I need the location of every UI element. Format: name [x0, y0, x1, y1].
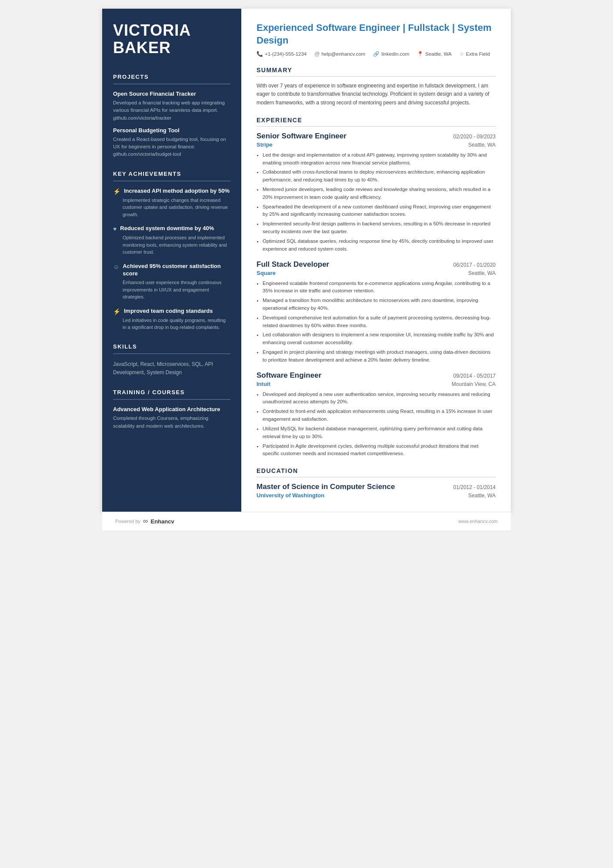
- bullet: Contributed to front-end web application…: [263, 408, 496, 423]
- project2-title: Personal Budgeting Tool: [113, 127, 230, 134]
- skills-section-title: SKILLS: [113, 343, 230, 350]
- achievement-icon-3: ☺: [113, 263, 119, 270]
- summary-section-title: SUMMARY: [257, 67, 496, 74]
- job-bullets-3: Developed and deployed a new user authen…: [257, 391, 496, 458]
- job-entry-2: Full Stack Developer 06/2017 - 01/2020 S…: [257, 260, 496, 364]
- project1-desc: Developed a financial tracking web app i…: [113, 99, 230, 122]
- edu-degree-1: Master of Science in Computer Science: [257, 483, 395, 491]
- achievement-desc-4: Led initiatives in code quality programs…: [123, 317, 230, 331]
- bullet: Mentored junior developers, leading code…: [263, 186, 496, 201]
- achievement-item: ⚡ Improved team coding standards Led ini…: [113, 308, 230, 331]
- enhancv-brand: Enhancv: [151, 518, 174, 525]
- candidate-name: VICTORIA BAKER: [113, 22, 230, 56]
- contact-extra: ☆ Extra Field: [460, 51, 490, 57]
- powered-by-label: Powered by: [115, 519, 140, 524]
- job-entry-3: Software Engineer 09/2014 - 05/2017 Intu…: [257, 371, 496, 458]
- bullet: Utilized MySQL for backend database mana…: [263, 425, 496, 441]
- skills-text: JavaScript, React, Microservices, SQL, A…: [113, 360, 230, 377]
- job-location-2: Seattle, WA: [468, 270, 496, 276]
- job-title-3: Software Engineer: [257, 371, 321, 380]
- achievement-icon-4: ⚡: [113, 308, 120, 315]
- achievements-section-title: KEY ACHIEVEMENTS: [113, 171, 230, 177]
- experience-section-title: EXPERIENCE: [257, 117, 496, 124]
- edu-dates-1: 01/2012 - 01/2014: [453, 484, 496, 490]
- job-dates-1: 02/2020 - 09/2023: [453, 134, 496, 140]
- bullet: Collaborated with cross-functional teams…: [263, 168, 496, 184]
- contact-bar: 📞 +1-(234)-555-1234 @ help@enhancv.com 🔗…: [257, 51, 496, 57]
- project1-title: Open Source Financial Tracker: [113, 90, 230, 97]
- achievement-icon-1: ⚡: [113, 188, 120, 195]
- training-section-title: TRAINING / COURSES: [113, 389, 230, 395]
- training-course-title: Advanced Web Application Architecture: [113, 406, 230, 412]
- achievement-desc-3: Enhanced user experience through continu…: [123, 279, 230, 301]
- footer: Powered by ∞ Enhancv www.enhancv.com: [102, 512, 511, 530]
- edu-location-1: Seattle, WA: [468, 493, 496, 499]
- contact-linkedin: 🔗 linkedin.com: [373, 51, 409, 57]
- main-content: Experienced Software Engineer | Fullstac…: [241, 9, 511, 512]
- job-title-2: Full Stack Developer: [257, 260, 329, 269]
- job-entry-1: Senior Software Engineer 02/2020 - 09/20…: [257, 132, 496, 253]
- bullet: Developed comprehensive test automation …: [263, 314, 496, 330]
- bullet: Optimized SQL database queries, reducing…: [263, 238, 496, 253]
- location-icon: 📍: [417, 51, 423, 57]
- job-bullets-1: Led the design and implementation of a r…: [257, 151, 496, 253]
- email-icon: @: [314, 51, 320, 57]
- training-course-desc: Completed through Coursera, emphasizing …: [113, 415, 230, 430]
- bullet: Led collaboration with designers to impl…: [263, 331, 496, 347]
- phone-icon: 📞: [257, 51, 263, 57]
- contact-email: @ help@enhancv.com: [314, 51, 365, 57]
- education-entry-1: Master of Science in Computer Science 01…: [257, 483, 496, 499]
- achievement-title-4: Improved team coding standards: [124, 308, 213, 315]
- achievement-item: ♥ Reduced system downtime by 40% Optimiz…: [113, 225, 230, 256]
- bullet: Participated in Agile development cycles…: [263, 442, 496, 458]
- star-icon: ☆: [460, 51, 464, 57]
- footer-website: www.enhancv.com: [458, 519, 498, 524]
- footer-powered-by: Powered by ∞ Enhancv: [115, 517, 174, 525]
- bullet: Led the design and implementation of a r…: [263, 151, 496, 167]
- bullet: Engineered scalable frontend components …: [263, 280, 496, 295]
- job-location-1: Seattle, WA: [468, 142, 496, 148]
- job-location-3: Mountain View, CA: [452, 381, 496, 387]
- achievement-item: ☺ Achieved 95% customer satisfaction sco…: [113, 263, 230, 301]
- bullet: Developed and deployed a new user authen…: [263, 391, 496, 406]
- job-company-3: Intuit: [257, 381, 270, 387]
- job-title-1: Senior Software Engineer: [257, 132, 346, 141]
- job-dates-2: 06/2017 - 01/2020: [453, 262, 496, 268]
- achievement-title-1: Increased API method adoption by 50%: [124, 188, 230, 195]
- achievement-desc-1: Implemented strategic changes that incre…: [123, 197, 230, 218]
- education-section-title: EDUCATION: [257, 467, 496, 474]
- job-company-2: Square: [257, 270, 276, 276]
- achievement-item: ⚡ Increased API method adoption by 50% I…: [113, 188, 230, 218]
- contact-location: 📍 Seattle, WA: [417, 51, 451, 57]
- achievement-title-2: Reduced system downtime by 40%: [120, 225, 214, 232]
- edu-school-1: University of Washington: [257, 492, 324, 499]
- job-company-1: Stripe: [257, 141, 273, 148]
- achievement-title-3: Achieved 95% customer satisfaction score: [123, 263, 230, 278]
- contact-phone: 📞 +1-(234)-555-1234: [257, 51, 306, 57]
- main-title: Experienced Software Engineer | Fullstac…: [257, 22, 496, 47]
- achievement-icon-2: ♥: [113, 225, 117, 232]
- bullet: Implemented security-first design patter…: [263, 220, 496, 236]
- achievement-desc-2: Optimized backend processes and implemen…: [123, 234, 230, 256]
- project2-desc: Created a React-based budgeting tool, fo…: [113, 136, 230, 158]
- job-bullets-2: Engineered scalable frontend components …: [257, 280, 496, 364]
- job-dates-3: 09/2014 - 05/2017: [453, 373, 496, 379]
- bullet: Spearheaded the development of a new cus…: [263, 203, 496, 219]
- summary-text: With over 7 years of experience in softw…: [257, 82, 496, 107]
- achievements-list: ⚡ Increased API method adoption by 50% I…: [113, 188, 230, 331]
- bullet: Engaged in project planning and strategy…: [263, 349, 496, 364]
- linkedin-icon: 🔗: [373, 51, 380, 57]
- projects-section-title: PROJECTS: [113, 74, 230, 80]
- sidebar: VICTORIA BAKER PROJECTS Open Source Fina…: [102, 9, 241, 512]
- bullet: Managed a transition from monolithic arc…: [263, 297, 496, 312]
